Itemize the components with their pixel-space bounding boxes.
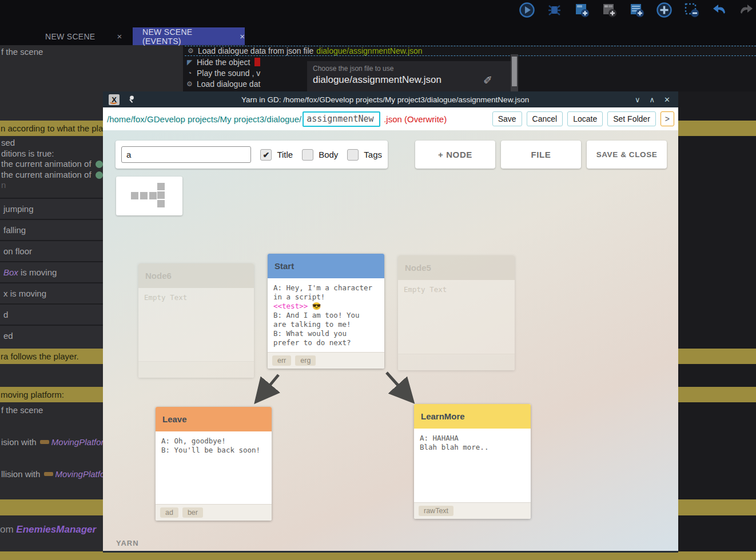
condition-line[interactable]: n [1, 180, 6, 190]
more-button[interactable]: > [660, 111, 674, 126]
add-subevent-icon[interactable] [601, 2, 618, 18]
node-tag[interactable]: erg [295, 355, 316, 366]
tab-new-scene-events[interactable]: NEW SCENE (EVENTS) × [133, 27, 245, 45]
add-node-button[interactable]: + NODE [415, 141, 495, 169]
main-toolbar [0, 0, 756, 27]
node-body: Empty Text [138, 288, 254, 361]
condition-line[interactable]: sed [1, 138, 15, 147]
search-input[interactable] [121, 146, 251, 163]
canvas-controls-widget[interactable] [116, 177, 182, 215]
node-footer: ad ber [156, 504, 272, 521]
scrollbar[interactable] [511, 54, 518, 91]
filter-tags-label: Tags [364, 150, 382, 159]
filter-title-label: Title [277, 150, 293, 159]
tab-bar: NEW SCENE × NEW SCENE (EVENTS) × [0, 27, 756, 45]
play-icon[interactable] [519, 2, 535, 18]
debug-icon[interactable] [546, 2, 563, 18]
node-title: Node6 [138, 263, 254, 288]
condition-line[interactable]: ditions is true: [1, 149, 54, 158]
remove-selection-icon[interactable] [683, 2, 700, 18]
save-and-close-button[interactable]: SAVE & CLOSE [587, 141, 667, 169]
filter-tags-checkbox[interactable] [347, 149, 359, 161]
node-footer [138, 361, 254, 378]
node-body: A: Oh, goodbye! B: You'll be back soon! [156, 431, 272, 504]
node-title: Leave [156, 407, 272, 431]
node-tag[interactable]: ad [160, 507, 178, 518]
event-text: f the scene [1, 47, 43, 57]
search-bar: ✔ Title Body Tags [116, 141, 388, 169]
cancel-button[interactable]: Cancel [527, 111, 563, 126]
node-footer: rawText [414, 502, 531, 519]
event-action[interactable]: ◔ Play the sound , v [186, 68, 260, 78]
node-tag[interactable]: ber [182, 507, 203, 518]
condition-line[interactable]: the current animation of Pl [1, 170, 112, 179]
yarn-canvas[interactable]: ✔ Title Body Tags + NODE FILE SAVE & CLO… [103, 130, 678, 551]
tab-new-scene[interactable]: NEW SCENE × [27, 27, 133, 45]
add-event-icon[interactable] [574, 2, 590, 18]
pin-icon[interactable] [126, 95, 136, 104]
save-button[interactable]: Save [492, 111, 522, 126]
event-text: f the scene [1, 405, 43, 415]
window-maximize-icon[interactable]: ∧ [650, 95, 655, 104]
comment-row [0, 551, 183, 560]
action-parameter[interactable]: dialogue/assignmentNew.json [316, 46, 422, 55]
node-tag[interactable]: err [272, 355, 291, 366]
node-body: A: HAHAHA Blah blah more.. [414, 429, 531, 502]
condition-line[interactable]: the current animation of Pl [1, 159, 112, 169]
gear-icon: ⚙ [186, 80, 193, 88]
node-title: Node5 [398, 255, 515, 280]
gear-icon: ⚙ [187, 47, 194, 55]
condition-line[interactable]: ision with MovingPlatform [1, 437, 111, 447]
yarn-node-leave[interactable]: Leave A: Oh, goodbye! B: You'll be back … [156, 407, 272, 521]
object-thumbnail-icon [96, 171, 103, 179]
file-path-bar: /home/fox/GDevelop projects/My project3/… [103, 107, 678, 130]
filter-body-label: Body [319, 150, 338, 159]
dialog-titlebar[interactable]: X Yarn in GD: /home/fox/GDevelop project… [103, 91, 678, 107]
condition-line[interactable]: llision with MovingPlatform [1, 469, 115, 479]
yarn-node-start[interactable]: Start A: Hey, I'm a character in a scrip… [268, 254, 384, 369]
popover-hint: Choose the json file to use [313, 65, 393, 73]
object-thumbnail-icon [96, 161, 103, 168]
window-shade-icon[interactable]: ∨ [635, 95, 640, 104]
tab-close-icon[interactable]: × [117, 31, 122, 41]
filter-title-checkbox[interactable]: ✔ [260, 149, 272, 161]
object-thumbnail-icon [44, 472, 53, 476]
scrollbar-thumb[interactable] [512, 57, 517, 86]
yarn-dialog: X Yarn in GD: /home/fox/GDevelop project… [103, 91, 678, 553]
yarn-node-node5[interactable]: Node5 Empty Text [398, 255, 515, 370]
node-footer [398, 354, 515, 370]
node-body: A: Hey, I'm a character in a script! <<t… [268, 278, 384, 352]
tab-close-icon[interactable]: × [240, 31, 245, 41]
event-text[interactable]: om EnemiesManager [0, 524, 96, 535]
add-circle-icon[interactable] [656, 2, 673, 18]
node-footer: err erg [268, 352, 384, 369]
hide-object-icon: ◤ [186, 58, 193, 66]
dialog-title: Yarn in GD: /home/fox/GDevelop projects/… [136, 95, 635, 104]
window-close-icon[interactable]: ✕ [664, 95, 670, 104]
undo-icon[interactable] [711, 2, 727, 18]
object-thumbnail-icon [40, 440, 49, 444]
edit-pencil-icon[interactable]: ✐ [483, 74, 492, 87]
event-action[interactable]: ⚙ Load dialogue dat [186, 79, 260, 89]
object-color-swatch [254, 58, 260, 66]
json-file-popover: Choose the json file to use dialogue/ass… [307, 61, 512, 91]
play-sound-icon: ◔ [186, 69, 193, 77]
selected-event-action[interactable]: ⚙ Load dialogue data from json file dial… [185, 46, 756, 56]
emoji-sunglasses: 😎 [312, 302, 321, 310]
event-action[interactable]: ◤ Hide the object [186, 57, 260, 67]
node-title: Start [268, 254, 384, 278]
redo-icon[interactable] [738, 2, 755, 18]
json-file-field[interactable]: dialogue/assignmentNew.json [313, 74, 441, 86]
set-folder-button[interactable]: Set Folder [607, 111, 656, 126]
events-actions-panel: ⚙ Load dialogue data from json file dial… [183, 45, 756, 91]
add-comment-icon[interactable] [628, 2, 645, 18]
filter-body-checkbox[interactable] [302, 149, 313, 161]
node-tag[interactable]: rawText [419, 506, 453, 516]
yarn-node-learnmore[interactable]: LearnMore A: HAHAHA Blah blah more.. raw… [414, 404, 531, 519]
node-title: LearnMore [414, 404, 531, 429]
yarn-node-node6[interactable]: Node6 Empty Text [138, 263, 254, 378]
filename-input[interactable] [303, 111, 380, 127]
file-button[interactable]: FILE [501, 141, 581, 169]
yarn-command: <<test>> [273, 302, 308, 310]
locate-button[interactable]: Locate [567, 111, 603, 126]
